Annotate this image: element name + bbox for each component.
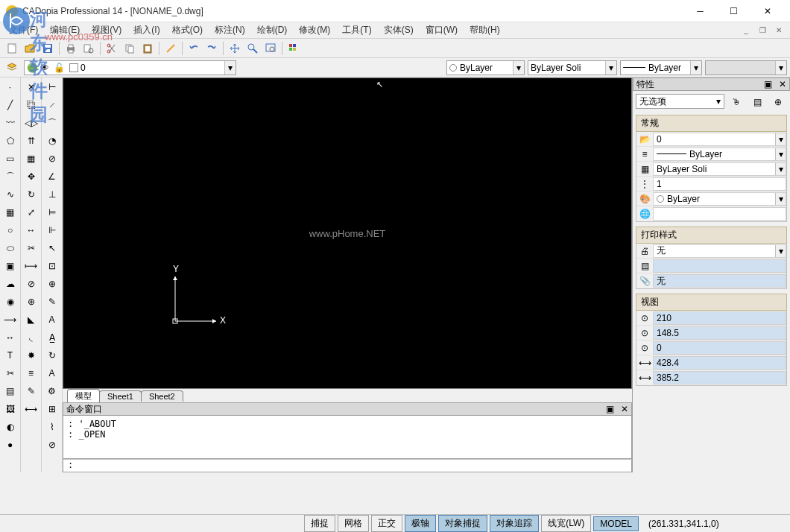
redo-button[interactable] (203, 40, 220, 57)
layer-combo[interactable]: 🟢 👁 🔓 0 ▾ (24, 60, 236, 75)
copy-tool[interactable]: ⿻ (23, 97, 40, 113)
explode-tool[interactable]: ✸ (23, 347, 40, 364)
scale-tool[interactable]: ⤢ (23, 204, 40, 221)
dim-aligned-tool[interactable]: ⟋ (44, 97, 60, 113)
drawing-canvas[interactable]: ↖ www.pHome.NET X Y (63, 77, 632, 389)
region-tool[interactable]: ▣ (2, 258, 19, 274)
table-tool[interactable]: ▤ (2, 383, 19, 399)
panel-close-icon[interactable]: ✕ (779, 79, 786, 89)
dim-arc-tool[interactable]: ⌒ (44, 115, 60, 131)
donut-tool[interactable]: ◉ (2, 294, 19, 310)
dim-override-tool[interactable]: ⚙ (44, 383, 60, 399)
spline-tool[interactable]: ∿ (2, 186, 19, 203)
trim-tool[interactable]: ✂ (23, 240, 40, 256)
quickselect-button[interactable]: 🖰 (728, 94, 745, 110)
chamfer-tool[interactable]: ◣ (23, 311, 40, 328)
align-tool[interactable]: ≡ (23, 365, 40, 381)
dim-diameter-tool[interactable]: ⊘ (44, 151, 60, 167)
group-general[interactable]: 常规 (636, 115, 787, 132)
menu-dimension[interactable]: 标注(N) (209, 22, 251, 38)
osnap-toggle[interactable]: 对象捕捉 (438, 515, 487, 532)
properties-button[interactable] (285, 40, 302, 57)
prop-ltscale[interactable]: 1 (653, 177, 786, 191)
menu-file[interactable]: 文件(F) (3, 22, 44, 38)
rotate-tool[interactable]: ↻ (23, 186, 40, 203)
dim-jog-tool[interactable]: ⌇ (44, 419, 60, 435)
pan-button[interactable] (227, 40, 243, 57)
otrack-toggle[interactable]: 对象追踪 (490, 515, 539, 532)
tab-sheet1[interactable]: Sheet1 (99, 390, 142, 402)
print-button[interactable] (63, 40, 79, 57)
join-tool[interactable]: ⊕ (23, 294, 40, 310)
mdi-restore[interactable]: ❐ (756, 25, 769, 37)
prop-hyperlink[interactable] (653, 207, 786, 221)
dim-update-tool[interactable]: ↻ (44, 347, 60, 364)
selection-combo[interactable]: 无选项 ▾ (636, 94, 724, 109)
lineweight-combo[interactable]: ByLayer ▾ (620, 60, 702, 75)
dim-radius-tool[interactable]: ◔ (44, 133, 60, 149)
edit-tool[interactable]: ✎ (23, 383, 40, 399)
prop-plot-style[interactable]: 无▾ (653, 244, 786, 258)
polar-toggle[interactable]: 极轴 (405, 515, 436, 532)
image-tool[interactable]: 🖼 (2, 401, 19, 417)
snap-toggle[interactable]: 捕捉 (304, 515, 335, 532)
dim-leader-tool[interactable]: ↖ (44, 240, 60, 256)
dim-textedit-tool[interactable]: A (44, 311, 60, 328)
undo-button[interactable] (186, 40, 202, 57)
dim-continue-tool[interactable]: ⊩ (44, 222, 60, 238)
paste-button[interactable] (139, 40, 156, 57)
arc-tool[interactable]: ⌒ (2, 168, 19, 185)
dim-angular-tool[interactable]: ∠ (44, 168, 60, 185)
color-combo[interactable]: ByLayer ▾ (446, 60, 525, 75)
erase-tool[interactable]: ✕ (23, 79, 40, 95)
close-button[interactable]: ✕ (750, 0, 784, 22)
prop-color[interactable]: ByLayer▾ (653, 192, 786, 206)
mirror-tool[interactable]: ◁▷ (23, 115, 40, 131)
polygon-tool[interactable]: ⬠ (2, 133, 19, 149)
array-tool[interactable]: ▦ (23, 151, 40, 167)
xline-tool[interactable]: ↔ (2, 329, 19, 346)
print-preview-button[interactable] (80, 40, 97, 57)
prop-layer[interactable]: 0▾ (653, 133, 786, 146)
text-tool[interactable]: T (2, 347, 19, 364)
panel-dock-icon[interactable]: ▣ (764, 79, 772, 89)
pickadd-button[interactable]: ⊕ (770, 94, 786, 110)
menu-edit[interactable]: 编辑(E) (44, 22, 86, 38)
dim-ordinate-tool[interactable]: ⊥ (44, 186, 60, 203)
wipeout-tool[interactable]: ◐ (2, 419, 19, 435)
tab-model[interactable]: 模型 (67, 389, 100, 402)
grid-toggle[interactable]: 网格 (338, 515, 369, 532)
lengthen-tool[interactable]: ⟷ (23, 401, 40, 417)
cut-button[interactable] (104, 40, 120, 57)
line-tool[interactable]: ╱ (2, 97, 19, 113)
hatch-tool[interactable]: ▦ (2, 204, 19, 221)
menu-help[interactable]: 帮助(H) (464, 22, 506, 38)
textstyle-combo[interactable]: ▾ (705, 60, 787, 75)
copy-button[interactable] (121, 40, 138, 57)
dim-edit-tool[interactable]: ✎ (44, 294, 60, 310)
maximize-button[interactable]: ☐ (717, 0, 750, 22)
dim-center-tool[interactable]: ⊕ (44, 276, 60, 292)
group-view[interactable]: 视图 (636, 294, 787, 311)
save-button[interactable] (40, 40, 56, 57)
command-input[interactable]: : (63, 459, 632, 472)
revcloud-tool[interactable]: ☁ (2, 276, 19, 292)
zoom-window-button[interactable] (262, 40, 279, 57)
move-tool[interactable]: ✥ (23, 168, 40, 185)
sphere-tool[interactable]: ● (2, 437, 19, 453)
polyline-tool[interactable]: 〰 (2, 115, 19, 131)
selectfilter-button[interactable]: ▤ (749, 94, 765, 110)
dim-tolerance-tool[interactable]: ⊡ (44, 258, 60, 274)
ray-tool[interactable]: ⟶ (2, 311, 19, 328)
ortho-toggle[interactable]: 正交 (371, 515, 402, 532)
menu-window[interactable]: 窗口(W) (420, 22, 464, 38)
break-tool[interactable]: ⊘ (23, 276, 40, 292)
prop-ltscale-label[interactable]: ByLayer Soli▾ (653, 162, 786, 176)
lwt-toggle[interactable]: 线宽(LW) (541, 515, 591, 532)
fillet-tool[interactable]: ◟ (23, 329, 40, 346)
linetype-combo[interactable]: ByLayer Soli ▾ (528, 60, 617, 75)
dim-style-tool[interactable]: A̲ (44, 329, 60, 346)
menu-draw[interactable]: 绘制(D) (251, 22, 294, 38)
menu-modify[interactable]: 修改(M) (293, 22, 336, 38)
command-window-header[interactable]: 命令窗口 ▣ ✕ (63, 402, 632, 416)
